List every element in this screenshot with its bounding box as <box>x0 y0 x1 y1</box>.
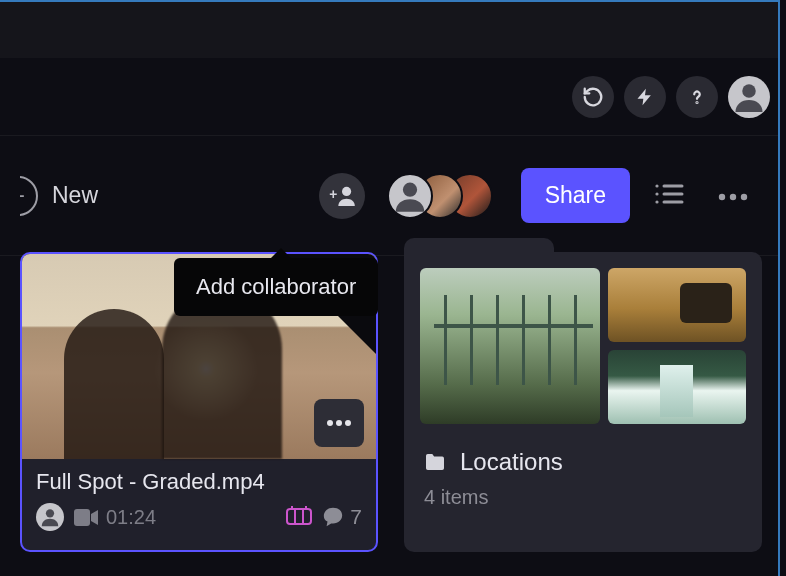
svg-point-17 <box>46 509 54 517</box>
asset-info: Full Spot - Graded.mp4 01:24 7 <box>22 459 376 550</box>
svg-point-13 <box>741 193 747 199</box>
ellipsis-icon <box>326 419 352 427</box>
video-icon <box>74 509 98 526</box>
share-button-label: Share <box>545 182 606 208</box>
person-icon <box>39 506 61 528</box>
asset-meta-row: 01:24 7 <box>36 503 362 531</box>
new-button[interactable]: + New <box>20 176 98 216</box>
tooltip-text: Add collaborator <box>196 274 356 299</box>
folder-thumb-main <box>420 268 600 424</box>
comment-count[interactable]: 7 <box>322 505 362 529</box>
folder-card[interactable]: Locations 4 items <box>404 252 762 552</box>
comment-icon <box>322 506 344 528</box>
more-options-button[interactable] <box>708 181 758 211</box>
workflow-status-icon[interactable] <box>286 505 312 530</box>
asset-options-button[interactable] <box>314 399 364 447</box>
svg-rect-18 <box>74 509 90 526</box>
list-icon <box>654 182 684 206</box>
svg-rect-19 <box>287 509 311 524</box>
asset-type-duration: 01:24 <box>74 506 156 529</box>
svg-text:+: + <box>329 186 337 201</box>
collaborator-avatar-stack[interactable] <box>379 173 493 219</box>
svg-point-3 <box>342 186 351 195</box>
folder-thumb-small <box>608 268 746 342</box>
svg-point-9 <box>655 200 658 203</box>
svg-point-7 <box>655 192 658 195</box>
svg-point-4 <box>403 182 417 196</box>
add-person-icon: + <box>329 185 355 207</box>
toolbar-row: + New + Share <box>0 136 778 256</box>
content-grid: Full Spot - Graded.mp4 01:24 7 <box>20 252 762 552</box>
plus-circle-icon: + <box>20 176 42 216</box>
asset-duration: 01:24 <box>106 506 156 529</box>
svg-point-14 <box>327 420 333 426</box>
asset-title: Full Spot - Graded.mp4 <box>36 469 362 495</box>
folder-item-count: 4 items <box>424 486 742 509</box>
add-collaborator-tooltip: Add collaborator <box>174 258 378 316</box>
folder-name: Locations <box>460 448 563 476</box>
add-collaborator-button[interactable]: + <box>319 173 365 219</box>
folder-info: Locations 4 items <box>404 440 762 527</box>
comment-number: 7 <box>350 505 362 529</box>
svg-point-12 <box>730 193 736 199</box>
svg-point-15 <box>336 420 342 426</box>
svg-point-16 <box>345 420 351 426</box>
folder-thumbnails <box>404 252 762 440</box>
collaborator-avatar[interactable] <box>387 173 433 219</box>
svg-point-11 <box>719 193 725 199</box>
folder-thumb-small <box>608 350 746 424</box>
folder-tab <box>404 238 554 258</box>
person-icon <box>391 177 429 215</box>
owner-avatar[interactable] <box>36 503 64 531</box>
share-button[interactable]: Share <box>521 168 630 223</box>
new-button-label: New <box>52 182 98 209</box>
list-view-button[interactable] <box>644 176 694 216</box>
folder-icon <box>424 453 446 471</box>
svg-point-5 <box>655 184 658 187</box>
ellipsis-icon <box>718 193 748 201</box>
